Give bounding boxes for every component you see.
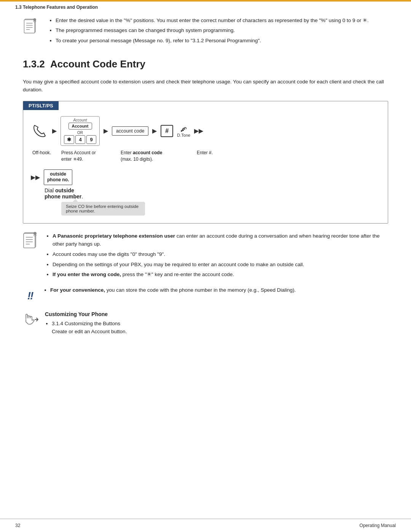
flow-row-2: ▶▶ outside phone no.	[31, 169, 380, 185]
note4-bold: If you enter the wrong code,	[53, 272, 121, 277]
outside-label-line1: outside	[50, 171, 66, 177]
customizing-list: 3.1.4 Customizing the Buttons Create or …	[45, 320, 127, 336]
step2-sub: enter ✳49.	[61, 157, 83, 162]
note-item-5: For your convenience, you can store the …	[50, 286, 296, 294]
step2-label: Press Account or	[61, 150, 96, 155]
step1-label: Off-hook.	[32, 150, 51, 155]
flow-row-main: ▶ Account Account OR ✱ 4 9 ▶	[31, 116, 380, 146]
account-key-label: Account	[73, 118, 87, 122]
svg-point-8	[182, 129, 184, 131]
footer-page: 32	[15, 523, 20, 528]
section-number: 1.3.2	[23, 58, 45, 70]
customizing-content: Customizing Your Phone 3.1.4 Customizing…	[45, 311, 127, 336]
star-key: ✱	[64, 135, 74, 144]
note-list-1: A Panasonic proprietary telephone extens…	[46, 232, 388, 281]
intro-paragraph: You may give a specified account code to…	[23, 78, 388, 94]
svg-point-6	[33, 18, 36, 21]
step3-label: Enter account code	[121, 150, 162, 155]
intro-bullet-1: Enter the desired value in the "%" posit…	[56, 17, 369, 24]
exclaim-symbol: !!	[27, 291, 33, 301]
note-icon-2	[23, 232, 40, 253]
step3-col: Enter account code (max. 10 digits).	[119, 150, 195, 163]
or-text: OR	[77, 131, 83, 135]
arrow-3: ▶	[152, 127, 157, 134]
notes-section-1: A Panasonic proprietary telephone extens…	[23, 232, 388, 281]
intro-bullet-2: The preprogrammed messages can be change…	[56, 27, 369, 34]
intro-bullet-list: Enter the desired value in the "%" posit…	[49, 17, 369, 47]
hash-button: #	[161, 125, 173, 137]
note4-rest: press the "✳" key and re-enter the accou…	[121, 272, 234, 277]
step3-sub: (max. 10 digits).	[121, 157, 153, 162]
diagram-box: PT/SLT/PS ▶ Account Account	[23, 101, 388, 224]
customizing-item-1: 3.1.4 Customizing the Buttons Create or …	[52, 320, 127, 336]
svg-rect-10	[24, 233, 35, 248]
diagram-content: ▶ Account Account OR ✱ 4 9 ▶	[23, 110, 388, 216]
arrow-1: ▶	[52, 127, 57, 134]
nine-key: 9	[86, 135, 96, 144]
section-heading: 1.3.2 Account Code Entry	[23, 58, 388, 72]
note5-rest: you can store the code with the phone nu…	[105, 287, 296, 293]
arrow-double-right: ▶▶	[194, 127, 203, 134]
account-key-inner: Account Account OR ✱ 4 9	[61, 116, 100, 146]
note-item-2: Account codes may use the digits "0" thr…	[53, 250, 388, 259]
arrow-2: ▶	[104, 127, 108, 134]
outside-label-line2: phone no.	[47, 177, 69, 182]
tooltip-text: Seize CO line before entering outside ph…	[66, 204, 139, 213]
note-icon	[23, 18, 41, 47]
footer-label: Operating Manual	[360, 523, 396, 528]
account-button: Account	[68, 123, 92, 129]
step4-label: Enter #.	[197, 150, 213, 155]
step5-label-area: Dial outsidephone number.	[45, 187, 380, 200]
star-49-keys: ✱ 4 9	[64, 135, 96, 144]
note-list-2: For your convenience, you can store the …	[43, 286, 296, 296]
note1-bold: A Panasonic proprietary telephone extens…	[53, 233, 175, 239]
four-key: 4	[75, 135, 85, 144]
section-title: Account Code Entry	[50, 58, 145, 70]
arrow-double-2: ▶▶	[31, 174, 40, 181]
customizing-title: Customizing Your Phone	[45, 311, 127, 317]
section-header-text: 1.3 Telephone Features and Operation	[15, 5, 98, 10]
notes-section-2: !! For your convenience, you can store t…	[23, 286, 388, 306]
step2-col: Press Account or enter ✳49.	[58, 150, 119, 163]
svg-point-15	[33, 232, 37, 235]
exclaim-icon: !!	[23, 286, 37, 306]
footer: 32 Operating Manual	[0, 519, 411, 532]
diagram-header: PT/SLT/PS	[23, 101, 59, 110]
note-item-4: If you enter the wrong code, press the "…	[53, 270, 388, 279]
account-code-box: account code	[112, 126, 148, 136]
dtone-group: D.Tone	[177, 125, 190, 137]
step5-label: Dial outsidephone number.	[45, 187, 83, 200]
note-item-1: A Panasonic proprietary telephone extens…	[53, 232, 388, 248]
note5-bold: For your convenience,	[50, 287, 105, 293]
tooltip-bubble: Seize CO line before entering outside ph…	[61, 202, 145, 216]
intro-bullets-section: Enter the desired value in the "%" posit…	[23, 17, 388, 47]
section-header: 1.3 Telephone Features and Operation	[0, 0, 411, 13]
step4-col: Enter #.	[195, 150, 380, 163]
note-item-3: Depending on the settings of your PBX, y…	[53, 260, 388, 269]
intro-bullet-3: To create your personal message (Message…	[56, 37, 369, 45]
svg-rect-1	[24, 20, 35, 33]
steps-labels: Off-hook. Press Account or enter ✳49. En…	[31, 150, 380, 163]
outside-phone-box: outside phone no.	[44, 169, 72, 185]
customizing-section: Customizing Your Phone 3.1.4 Customizing…	[23, 311, 388, 336]
svg-point-7	[181, 130, 182, 132]
hand-icon	[23, 311, 40, 329]
account-key-group: Account Account OR ✱ 4 9	[61, 116, 100, 146]
phone-handset	[31, 122, 48, 140]
dtone-label: D.Tone	[177, 133, 190, 137]
step1-col: Off-hook.	[31, 150, 58, 163]
